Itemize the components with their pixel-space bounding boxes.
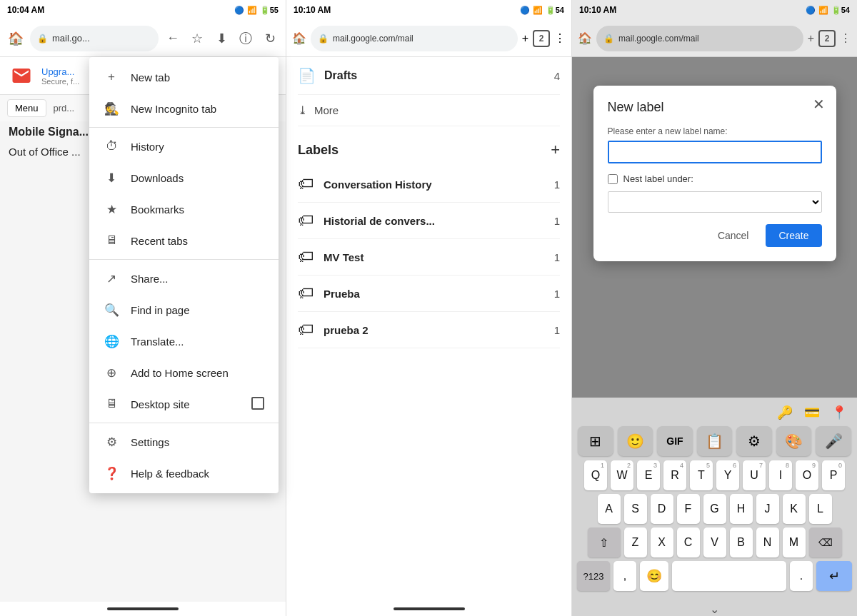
clipboard-key[interactable]: 📋 (697, 426, 733, 456)
url-bar-p1[interactable]: 🔒 mail.go... (30, 26, 159, 51)
card-icon[interactable]: 💳 (804, 405, 820, 420)
delete-key[interactable]: ⌫ (809, 527, 842, 557)
tab-count-p2[interactable]: 2 (533, 30, 550, 47)
create-button[interactable]: Create (766, 224, 821, 247)
key-s[interactable]: S (624, 494, 647, 524)
menu-item-translate[interactable]: 🌐 Translate... (89, 325, 279, 357)
plus-icon-p2[interactable]: + (522, 32, 528, 45)
key-r[interactable]: R4 (663, 460, 686, 490)
translate-icon: 🌐 (104, 333, 119, 349)
menu-item-settings[interactable]: ⚙ Settings (89, 426, 279, 458)
location-icon[interactable]: 📍 (831, 405, 847, 420)
cancel-button[interactable]: Cancel (708, 224, 759, 247)
labels-add-icon[interactable]: + (551, 141, 560, 159)
key-o[interactable]: O9 (796, 460, 818, 490)
label-item-2[interactable]: 🏷 MV Test 1 (298, 239, 560, 276)
label-count-3: 1 (554, 288, 560, 300)
folder-icon-4: 🏷 (298, 320, 314, 339)
info-icon[interactable]: ⓘ (236, 29, 256, 49)
key-t[interactable]: T5 (690, 460, 713, 490)
theme-key[interactable]: 🎨 (776, 426, 812, 456)
key-q[interactable]: Q1 (584, 460, 607, 490)
key-c[interactable]: C (677, 527, 700, 557)
key-z[interactable]: Z (624, 527, 647, 557)
space-key[interactable] (672, 561, 786, 591)
back-icon[interactable]: ← (163, 29, 183, 49)
url-bar-p2[interactable]: 🔒 mail.google.com/mail (311, 26, 518, 51)
star-icon[interactable]: ☆ (187, 29, 207, 49)
key-p[interactable]: P0 (822, 460, 845, 490)
key-d[interactable]: D (651, 494, 673, 524)
label-item-4[interactable]: 🏷 prueba 2 1 (298, 312, 560, 348)
menu-button[interactable]: Menu (7, 99, 46, 117)
tab-count-p3[interactable]: 2 (818, 30, 836, 47)
menu-icon-p2[interactable]: ⋮ (554, 31, 566, 45)
key-g[interactable]: G (703, 494, 726, 524)
menu-item-new-tab[interactable]: + New tab (89, 61, 279, 93)
period-key[interactable]: . (790, 561, 813, 591)
plus-icon-p3[interactable]: + (808, 32, 814, 45)
url-bar-p3[interactable]: 🔒 mail.google.com/mail (596, 26, 803, 51)
label-count-2: 1 (554, 251, 560, 263)
key-l[interactable]: L (809, 494, 832, 524)
key-u[interactable]: U7 (743, 460, 766, 490)
menu-item-help[interactable]: ❓ Help & feedback (89, 458, 279, 489)
folder-icon-1: 🏷 (298, 211, 314, 230)
more-row[interactable]: ⤓ More (298, 95, 560, 126)
gif-key[interactable]: GIF (657, 426, 693, 456)
key-m[interactable]: M (783, 527, 806, 557)
refresh-icon[interactable]: ↻ (260, 29, 280, 49)
comma-key[interactable]: , (613, 561, 636, 591)
key-icon[interactable]: 🔑 (777, 405, 793, 420)
settings-key[interactable]: ⚙ (736, 426, 772, 456)
menu-item-incognito[interactable]: 🕵 New Incognito tab (89, 93, 279, 124)
label-item-0[interactable]: 🏷 Conversation History 1 (298, 166, 560, 203)
drafts-item[interactable]: 📄 Drafts 4 (298, 57, 560, 95)
menu-item-add-home[interactable]: ⊕ Add to Home screen (89, 357, 279, 388)
key-h[interactable]: H (730, 494, 753, 524)
home-icon-p3[interactable]: 🏠 (578, 31, 592, 45)
key-v[interactable]: V (703, 527, 726, 557)
browser-bar-p3: 🏠 🔒 mail.google.com/mail + 2 ⋮ (572, 20, 857, 57)
key-k[interactable]: K (783, 494, 806, 524)
menu-item-history[interactable]: ⏱ History (89, 131, 279, 162)
label-left-0: 🏷 Conversation History (298, 175, 432, 193)
emoji-smile-key[interactable]: 🙂 (618, 426, 653, 456)
key-y[interactable]: Y6 (716, 460, 739, 490)
num-sym-key[interactable]: ?123 (577, 561, 610, 591)
key-j[interactable]: J (756, 494, 779, 524)
home-icon[interactable]: 🏠 (6, 29, 26, 49)
enter-key[interactable]: ↵ (816, 561, 852, 591)
key-w[interactable]: W2 (611, 460, 633, 490)
new-label-input[interactable] (608, 141, 822, 163)
emoji-key[interactable]: 😊 (640, 561, 668, 591)
mic-key[interactable]: 🎤 (816, 426, 851, 456)
key-f[interactable]: F (677, 494, 700, 524)
key-e[interactable]: E3 (637, 460, 660, 490)
menu-icon-p3[interactable]: ⋮ (840, 31, 851, 45)
key-b[interactable]: B (730, 527, 753, 557)
menu-item-downloads[interactable]: ⬇ Downloads (89, 162, 279, 193)
nest-label-select[interactable] (608, 191, 822, 213)
hide-keyboard-chevron[interactable]: ⌄ (710, 602, 719, 616)
key-i[interactable]: I8 (769, 460, 792, 490)
desktop-checkbox[interactable] (251, 397, 264, 412)
nest-label-checkbox[interactable] (608, 174, 618, 184)
menu-item-bookmarks[interactable]: ★ Bookmarks (89, 193, 279, 225)
dialog-close-icon[interactable]: ✕ (813, 96, 825, 113)
apps-key[interactable]: ⊞ (578, 426, 613, 456)
key-x[interactable]: X (651, 527, 673, 557)
menu-item-recent-tabs[interactable]: 🖥 Recent tabs (89, 225, 279, 256)
label-item-3[interactable]: 🏷 Prueba 1 (298, 276, 560, 312)
home-icon-p2[interactable]: 🏠 (292, 31, 306, 45)
label-left-2: 🏷 MV Test (298, 248, 364, 266)
gmail-content-p2: 📄 Drafts 4 ⤓ More Labels + 🏷 Conversatio… (286, 57, 571, 602)
key-a[interactable]: A (598, 494, 621, 524)
label-item-1[interactable]: 🏷 Historial de convers... 1 (298, 203, 560, 239)
download-icon[interactable]: ⬇ (211, 29, 231, 49)
menu-item-share[interactable]: ↗ Share... (89, 263, 279, 294)
shift-key[interactable]: ⇧ (588, 527, 621, 557)
menu-item-desktop[interactable]: 🖥 Desktop site (89, 388, 279, 420)
key-n[interactable]: N (756, 527, 779, 557)
menu-item-find-in-page[interactable]: 🔍 Find in page (89, 294, 279, 325)
